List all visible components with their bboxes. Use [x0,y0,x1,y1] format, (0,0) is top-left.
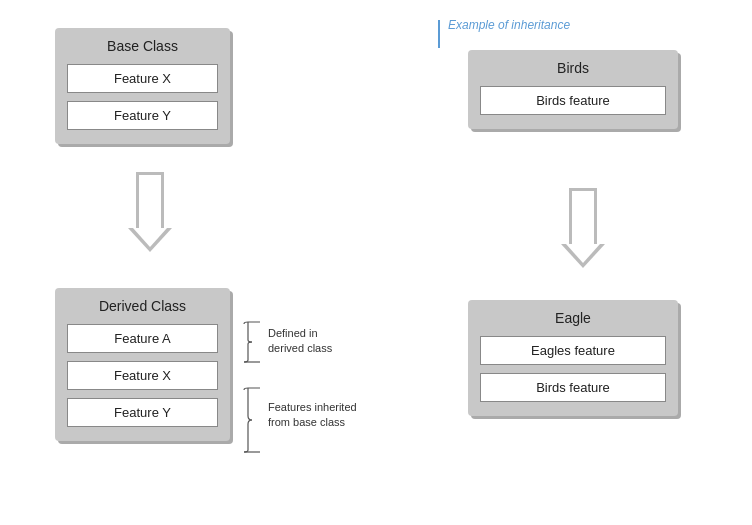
derived-feature-x: Feature X [67,361,218,390]
derived-feature-a: Feature A [67,324,218,353]
base-class-box: Base Class Feature X Feature Y [55,28,230,144]
derived-feature-y: Feature Y [67,398,218,427]
base-feature-x: Feature X [67,64,218,93]
blue-line [438,20,440,48]
diagram: Example of inheritance Base Class Featur… [0,0,752,525]
defined-annotation: Defined in derived class [268,326,368,357]
brace-inherited [234,386,264,454]
derived-class-box: Derived Class Feature A Feature X Featur… [55,288,230,441]
derived-class-title: Derived Class [67,298,218,314]
birds-class-box: Birds Birds feature [468,50,678,129]
eagle-class-box: Eagle Eagles feature Birds feature [468,300,678,416]
base-feature-y: Feature Y [67,101,218,130]
inherited-annotation: Features inherited from base class [268,400,378,431]
birds-to-eagle-arrow [561,188,605,268]
eagle-class-title: Eagle [480,310,666,326]
example-text: Example of inheritance [448,18,570,32]
birds-feature: Birds feature [480,86,666,115]
base-to-derived-arrow [128,172,172,252]
birds-class-title: Birds [480,60,666,76]
example-label: Example of inheritance [438,18,570,48]
eagle-feature: Eagles feature [480,336,666,365]
brace-defined [234,320,264,364]
eagles-birds-feature: Birds feature [480,373,666,402]
base-class-title: Base Class [67,38,218,54]
